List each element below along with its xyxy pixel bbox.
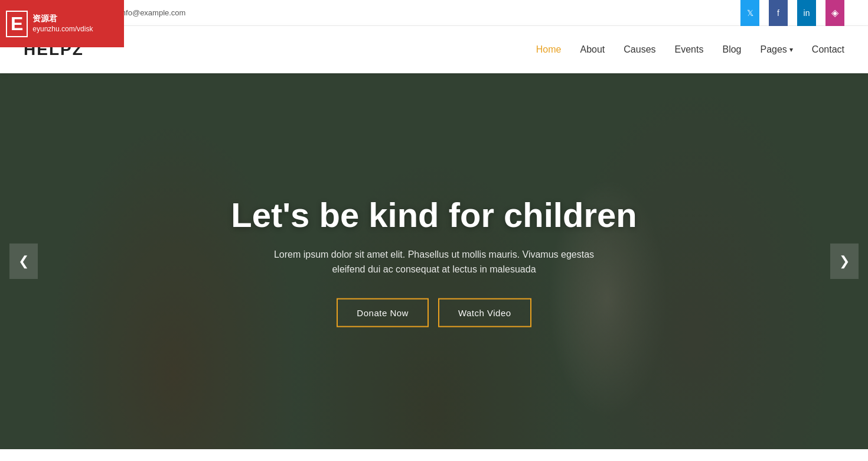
nav-item-contact[interactable]: Contact — [812, 44, 844, 55]
nav-link-home[interactable]: Home — [536, 44, 562, 54]
nav-link-events[interactable]: Events — [675, 44, 704, 54]
facebook-icon: f — [777, 8, 779, 18]
chevron-left-icon: ❮ — [18, 254, 29, 269]
nav-item-blog[interactable]: Blog — [722, 44, 741, 55]
linkedin-link[interactable]: in — [797, 0, 816, 26]
watch-video-button[interactable]: Watch Video — [438, 298, 531, 327]
watermark-text: 资源君 eyunzhu.com/vdisk — [32, 13, 93, 34]
hero-content: Let's be kind for children Lorem ipsum d… — [227, 196, 641, 327]
top-bar: 📞 +1 234 567 8900 ✉ info@example.com 𝕏 f… — [0, 0, 868, 26]
navbar: HELPZ Home About Causes Events Blog Page… — [0, 26, 868, 73]
nav-link-causes[interactable]: Causes — [624, 44, 655, 54]
slider-next-button[interactable]: ❯ — [830, 244, 859, 279]
hero-buttons: Donate Now Watch Video — [227, 298, 641, 327]
nav-item-causes[interactable]: Causes — [624, 44, 655, 55]
nav-link-blog[interactable]: Blog — [722, 44, 741, 54]
nav-link-contact[interactable]: Contact — [812, 44, 844, 54]
nav-link-pages[interactable]: Pages — [760, 44, 792, 55]
twitter-link[interactable]: 𝕏 — [740, 0, 759, 26]
nav-item-pages[interactable]: Pages — [760, 44, 792, 55]
nav-link-about[interactable]: About — [580, 44, 605, 54]
watermark: E 资源君 eyunzhu.com/vdisk — [0, 0, 124, 47]
twitter-icon: 𝕏 — [747, 8, 753, 18]
hero-title: Let's be kind for children — [227, 196, 641, 235]
social-links: 𝕏 f in ◈ — [740, 0, 844, 26]
nav-links: Home About Causes Events Blog Pages Cont… — [536, 44, 844, 55]
nav-item-home[interactable]: Home — [536, 44, 562, 55]
watermark-letter: E — [6, 11, 28, 37]
donate-now-button[interactable]: Donate Now — [337, 298, 429, 327]
slider-prev-button[interactable]: ❮ — [9, 244, 38, 279]
linkedin-icon: in — [804, 8, 810, 18]
nav-item-events[interactable]: Events — [675, 44, 704, 55]
chevron-right-icon: ❯ — [839, 254, 850, 269]
hero-section: Let's be kind for children Lorem ipsum d… — [0, 73, 868, 449]
hero-description: Lorem ipsum dolor sit amet elit. Phasell… — [269, 246, 599, 277]
email-address: info@example.com — [120, 8, 185, 17]
instagram-icon: ◈ — [831, 7, 838, 18]
instagram-link[interactable]: ◈ — [825, 0, 844, 26]
facebook-link[interactable]: f — [769, 0, 788, 26]
nav-item-about[interactable]: About — [580, 44, 605, 55]
